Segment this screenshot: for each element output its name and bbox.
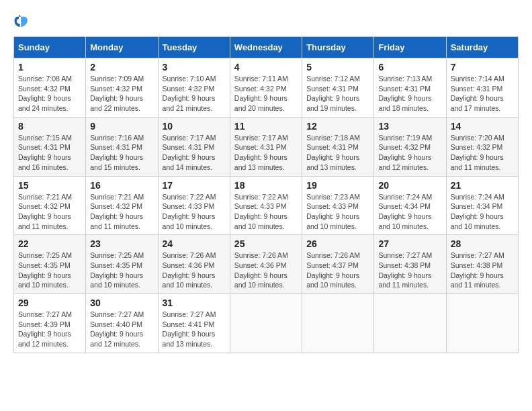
day-number: 24 [163, 238, 226, 249]
day-number: 21 [451, 180, 514, 191]
day-number: 31 [163, 298, 226, 308]
day-info: Sunrise: 7:11 AMSunset: 4:32 PMDaylight:… [234, 74, 298, 113]
day-info: Sunrise: 7:12 AMSunset: 4:31 PMDaylight:… [306, 74, 369, 113]
calendar-cell [230, 294, 302, 353]
weekday-header: Tuesday [158, 37, 230, 58]
day-info: Sunrise: 7:26 AMSunset: 4:37 PMDaylight:… [306, 250, 369, 290]
calendar-header-row: SundayMondayTuesdayWednesdayThursdayFrid… [14, 37, 519, 58]
calendar-cell: 5Sunrise: 7:12 AMSunset: 4:31 PMDaylight… [302, 58, 374, 118]
day-info: Sunrise: 7:27 AMSunset: 4:40 PMDaylight:… [90, 310, 153, 349]
day-number: 18 [234, 180, 298, 191]
calendar-week-row: 22Sunrise: 7:25 AMSunset: 4:35 PMDayligh… [14, 235, 519, 294]
calendar-cell: 22Sunrise: 7:25 AMSunset: 4:35 PMDayligh… [14, 235, 86, 294]
day-info: Sunrise: 7:24 AMSunset: 4:34 PMDaylight:… [378, 192, 441, 232]
calendar-cell: 13Sunrise: 7:19 AMSunset: 4:32 PMDayligh… [374, 117, 446, 176]
day-info: Sunrise: 7:19 AMSunset: 4:32 PMDaylight:… [378, 133, 441, 173]
calendar-cell: 1Sunrise: 7:08 AMSunset: 4:32 PMDaylight… [14, 58, 86, 118]
calendar-cell: 17Sunrise: 7:22 AMSunset: 4:33 PMDayligh… [158, 176, 230, 235]
logo-icon [13, 13, 30, 30]
weekday-header: Saturday [446, 37, 518, 58]
day-info: Sunrise: 7:08 AMSunset: 4:32 PMDaylight:… [18, 74, 81, 113]
page-header [13, 13, 519, 30]
day-info: Sunrise: 7:25 AMSunset: 4:35 PMDaylight:… [90, 250, 153, 290]
day-number: 26 [306, 238, 369, 249]
calendar-cell: 14Sunrise: 7:20 AMSunset: 4:32 PMDayligh… [446, 117, 518, 176]
calendar-cell: 10Sunrise: 7:17 AMSunset: 4:31 PMDayligh… [158, 117, 230, 176]
calendar-cell: 27Sunrise: 7:27 AMSunset: 4:38 PMDayligh… [374, 235, 446, 294]
day-number: 6 [378, 62, 441, 73]
calendar-cell: 26Sunrise: 7:26 AMSunset: 4:37 PMDayligh… [302, 235, 374, 294]
day-info: Sunrise: 7:26 AMSunset: 4:36 PMDaylight:… [234, 250, 298, 290]
day-info: Sunrise: 7:22 AMSunset: 4:33 PMDaylight:… [163, 192, 226, 232]
calendar-cell: 28Sunrise: 7:27 AMSunset: 4:38 PMDayligh… [446, 235, 518, 294]
calendar-table: SundayMondayTuesdayWednesdayThursdayFrid… [13, 36, 519, 353]
day-info: Sunrise: 7:17 AMSunset: 4:31 PMDaylight:… [163, 133, 226, 173]
day-number: 10 [163, 121, 226, 132]
weekday-header: Thursday [302, 37, 374, 58]
weekday-header: Monday [86, 37, 158, 58]
calendar-cell: 24Sunrise: 7:26 AMSunset: 4:36 PMDayligh… [158, 235, 230, 294]
logo [13, 13, 32, 30]
day-info: Sunrise: 7:10 AMSunset: 4:32 PMDaylight:… [163, 74, 226, 113]
calendar-cell: 12Sunrise: 7:18 AMSunset: 4:31 PMDayligh… [302, 117, 374, 176]
calendar-cell: 18Sunrise: 7:22 AMSunset: 4:33 PMDayligh… [230, 176, 302, 235]
day-info: Sunrise: 7:13 AMSunset: 4:31 PMDaylight:… [378, 74, 441, 113]
day-number: 16 [90, 180, 153, 191]
day-number: 13 [378, 121, 441, 132]
day-info: Sunrise: 7:21 AMSunset: 4:32 PMDaylight:… [18, 192, 81, 232]
day-info: Sunrise: 7:23 AMSunset: 4:33 PMDaylight:… [306, 192, 369, 232]
day-number: 30 [90, 298, 153, 308]
day-info: Sunrise: 7:27 AMSunset: 4:41 PMDaylight:… [163, 310, 226, 349]
day-info: Sunrise: 7:26 AMSunset: 4:36 PMDaylight:… [163, 250, 226, 290]
calendar-cell: 23Sunrise: 7:25 AMSunset: 4:35 PMDayligh… [86, 235, 158, 294]
day-number: 12 [306, 121, 369, 132]
calendar-cell: 29Sunrise: 7:27 AMSunset: 4:39 PMDayligh… [14, 294, 86, 353]
weekday-header: Sunday [14, 37, 86, 58]
day-info: Sunrise: 7:21 AMSunset: 4:32 PMDaylight:… [90, 192, 153, 232]
day-number: 7 [451, 62, 514, 73]
calendar-cell [446, 294, 518, 353]
calendar-cell: 16Sunrise: 7:21 AMSunset: 4:32 PMDayligh… [86, 176, 158, 235]
calendar-cell: 31Sunrise: 7:27 AMSunset: 4:41 PMDayligh… [158, 294, 230, 353]
day-number: 19 [306, 180, 369, 191]
calendar-week-row: 8Sunrise: 7:15 AMSunset: 4:31 PMDaylight… [14, 117, 519, 176]
day-number: 11 [234, 121, 298, 132]
calendar-cell [374, 294, 446, 353]
day-number: 15 [18, 180, 81, 191]
calendar-cell: 6Sunrise: 7:13 AMSunset: 4:31 PMDaylight… [374, 58, 446, 118]
day-info: Sunrise: 7:17 AMSunset: 4:31 PMDaylight:… [234, 133, 298, 173]
day-number: 9 [90, 121, 153, 132]
day-info: Sunrise: 7:25 AMSunset: 4:35 PMDaylight:… [18, 250, 81, 290]
calendar-cell: 19Sunrise: 7:23 AMSunset: 4:33 PMDayligh… [302, 176, 374, 235]
weekday-header: Wednesday [230, 37, 302, 58]
calendar-cell: 8Sunrise: 7:15 AMSunset: 4:31 PMDaylight… [14, 117, 86, 176]
day-info: Sunrise: 7:24 AMSunset: 4:34 PMDaylight:… [451, 192, 514, 232]
day-number: 29 [18, 298, 81, 308]
day-number: 14 [451, 121, 514, 132]
day-number: 8 [18, 121, 81, 132]
day-info: Sunrise: 7:27 AMSunset: 4:38 PMDaylight:… [378, 250, 441, 290]
calendar-cell: 2Sunrise: 7:09 AMSunset: 4:32 PMDaylight… [86, 58, 158, 118]
day-info: Sunrise: 7:27 AMSunset: 4:38 PMDaylight:… [451, 250, 514, 290]
day-info: Sunrise: 7:20 AMSunset: 4:32 PMDaylight:… [451, 133, 514, 173]
calendar-week-row: 29Sunrise: 7:27 AMSunset: 4:39 PMDayligh… [14, 294, 519, 353]
day-number: 22 [18, 238, 81, 249]
weekday-header: Friday [374, 37, 446, 58]
calendar-cell: 25Sunrise: 7:26 AMSunset: 4:36 PMDayligh… [230, 235, 302, 294]
calendar-cell: 11Sunrise: 7:17 AMSunset: 4:31 PMDayligh… [230, 117, 302, 176]
calendar-cell: 20Sunrise: 7:24 AMSunset: 4:34 PMDayligh… [374, 176, 446, 235]
day-number: 17 [163, 180, 226, 191]
day-info: Sunrise: 7:27 AMSunset: 4:39 PMDaylight:… [18, 310, 81, 349]
calendar-cell: 4Sunrise: 7:11 AMSunset: 4:32 PMDaylight… [230, 58, 302, 118]
day-info: Sunrise: 7:09 AMSunset: 4:32 PMDaylight:… [90, 74, 153, 113]
day-info: Sunrise: 7:15 AMSunset: 4:31 PMDaylight:… [18, 133, 81, 173]
calendar-cell: 30Sunrise: 7:27 AMSunset: 4:40 PMDayligh… [86, 294, 158, 353]
calendar-cell: 3Sunrise: 7:10 AMSunset: 4:32 PMDaylight… [158, 58, 230, 118]
day-number: 23 [90, 238, 153, 249]
calendar-week-row: 15Sunrise: 7:21 AMSunset: 4:32 PMDayligh… [14, 176, 519, 235]
calendar-cell [302, 294, 374, 353]
day-number: 4 [234, 62, 298, 73]
day-number: 1 [18, 62, 81, 73]
calendar-cell: 9Sunrise: 7:16 AMSunset: 4:31 PMDaylight… [86, 117, 158, 176]
calendar-cell: 7Sunrise: 7:14 AMSunset: 4:31 PMDaylight… [446, 58, 518, 118]
